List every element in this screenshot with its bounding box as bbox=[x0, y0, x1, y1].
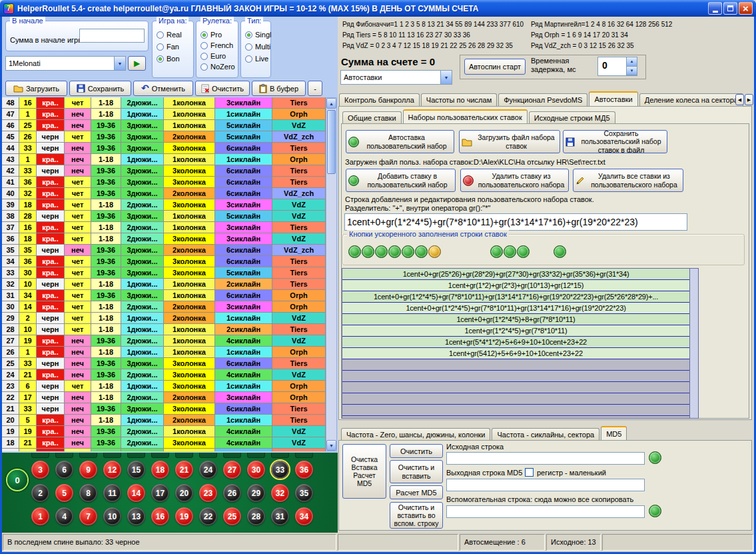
board-number[interactable]: 3 bbox=[31, 461, 49, 479]
tabs-scroll-left-button[interactable] bbox=[735, 94, 744, 105]
board-number[interactable]: 29 bbox=[247, 484, 265, 502]
main-tab[interactable]: Функционал PsevdoMS bbox=[498, 93, 587, 106]
copy-to-buffer-button[interactable]: В буфер bbox=[252, 81, 306, 96]
add-bet-button[interactable]: Добавить ставку в пользовательский набор bbox=[346, 169, 456, 192]
board-number[interactable]: 12 bbox=[103, 461, 121, 479]
load-bet-file-button[interactable]: Загрузить файл набора ставок bbox=[459, 130, 560, 153]
table-row[interactable]: 45 26 черн чет 19-36 3дюжи... 2колонка 5… bbox=[2, 131, 326, 143]
quick-chip-button[interactable] bbox=[428, 245, 441, 258]
delete-all-bets-button[interactable]: Удалить все ставки из пользовательского … bbox=[573, 169, 683, 192]
main-tab[interactable]: Контроль банкролла bbox=[339, 93, 420, 106]
md5-aux-input[interactable] bbox=[446, 505, 645, 518]
bets-scrollbar[interactable] bbox=[689, 269, 698, 418]
sub-tab[interactable]: Наборы пользовательских ставок bbox=[403, 109, 528, 124]
table-row[interactable]: 30 14 кра.. чет 1-18 2дюжи... 2колонка 3… bbox=[2, 301, 326, 313]
save-bet-file-button[interactable]: Сохранить пользовательский набор ставок … bbox=[563, 130, 667, 153]
start-sum-input[interactable] bbox=[79, 29, 145, 43]
bet-row[interactable]: 1cent+0+gr(1*2*4*5)+gr(7*8*10*11)+gr(13*… bbox=[342, 303, 689, 314]
quick-chip-button[interactable] bbox=[348, 245, 361, 258]
board-number[interactable]: 15 bbox=[127, 461, 145, 479]
save-button[interactable]: Сохранить bbox=[69, 81, 131, 96]
board-number[interactable]: 10 bbox=[103, 507, 121, 525]
board-number[interactable]: 16 bbox=[151, 507, 169, 525]
type-radio-option[interactable]: Live bbox=[245, 55, 271, 63]
board-number[interactable]: 36 bbox=[295, 461, 313, 479]
table-row[interactable]: 17 30 кра.. чет 19-36 3дюжи... 3колонка … bbox=[2, 449, 326, 451]
minimize-button[interactable] bbox=[708, 2, 722, 15]
quick-chip-button[interactable] bbox=[375, 245, 388, 258]
table-row[interactable]: 29 2 черн чет 1-18 1дюжи... 2колонка 1си… bbox=[2, 313, 326, 324]
board-number[interactable]: 5 bbox=[55, 484, 73, 502]
roulette-radio-option[interactable]: French bbox=[200, 41, 235, 49]
md5-clear-paste-aux-button[interactable]: Очистить и вставить во вспом. строку bbox=[390, 502, 443, 529]
board-number[interactable]: 17 bbox=[151, 484, 169, 502]
md5-clear-button[interactable]: Очистить bbox=[390, 444, 443, 458]
quick-chip-button[interactable] bbox=[517, 245, 530, 258]
tabs-scroll-right-button[interactable] bbox=[745, 94, 753, 105]
collapse-button[interactable]: - bbox=[308, 81, 322, 96]
scrollbar-thumb[interactable] bbox=[327, 110, 336, 174]
run-strategy-button[interactable] bbox=[128, 56, 146, 71]
md5-aux-chip-button[interactable] bbox=[649, 505, 661, 517]
table-row[interactable]: 36 18 кра.. чет 1-18 2дюжи... 3колонка 3… bbox=[2, 233, 326, 245]
roulette-radio-option[interactable]: Euro bbox=[200, 52, 235, 60]
main-tab[interactable]: Деление колеса на сектора bbox=[639, 93, 743, 106]
md5-source-chip-button[interactable] bbox=[649, 451, 661, 464]
delay-value[interactable]: 0 bbox=[598, 57, 626, 75]
board-number[interactable]: 27 bbox=[223, 461, 241, 479]
table-row[interactable]: 48 16 кра.. чет 1-18 2дюжи... 1колонка 3… bbox=[2, 97, 326, 109]
board-number[interactable]: 32 bbox=[271, 484, 289, 502]
sub-tab[interactable]: Исходные строки МД5 bbox=[529, 111, 615, 124]
bet-row[interactable]: 1cent+gr(5*4*1*2)+5+6+9+10+10cent+23+22 bbox=[342, 337, 689, 348]
board-number[interactable]: 26 bbox=[223, 484, 241, 502]
board-number[interactable]: 6 bbox=[55, 461, 73, 479]
scroll-up-button[interactable] bbox=[326, 98, 336, 109]
roulette-radio-option[interactable]: Pro bbox=[200, 31, 235, 39]
md5-source-input[interactable] bbox=[446, 452, 645, 465]
bottom-tab[interactable]: Частота - Zero, шансы, дюжины, колонки bbox=[341, 428, 490, 441]
table-row[interactable]: 25 33 черн неч 19-36 3дюжи... 3колонка 6… bbox=[2, 358, 326, 369]
board-number[interactable]: 25 bbox=[223, 507, 241, 525]
bet-row[interactable]: 1cent+0+gr(1*2*4*5)+8+gr(7*8*10*11) bbox=[342, 314, 689, 325]
board-number[interactable]: 18 bbox=[151, 461, 169, 479]
game-radio-option[interactable]: Bon bbox=[157, 55, 182, 63]
main-tab[interactable]: Частоты по числам bbox=[421, 93, 497, 106]
bet-row[interactable]: 1cent+0+gr(1*2*4*5)+gr(7*8*10*11)+gr(13*… bbox=[342, 291, 689, 303]
table-row[interactable]: 38 28 черн чет 19-36 3дюжи... 1колонка 5… bbox=[2, 211, 326, 222]
table-row[interactable]: 27 19 кра.. неч 19-36 2дюжи... 1колонка … bbox=[2, 335, 326, 347]
table-row[interactable]: 44 33 черн неч 19-36 3дюжи... 3колонка 6… bbox=[2, 143, 326, 154]
table-row[interactable]: 41 36 кра.. чет 19-36 3дюжи... 3колонка … bbox=[2, 177, 326, 188]
bet-row[interactable]: 1cent+gr(1*2*4*5)+gr(7*8*10*11) bbox=[342, 325, 689, 337]
board-number[interactable]: 7 bbox=[79, 507, 97, 525]
board-number[interactable]: 9 bbox=[79, 461, 97, 479]
table-row[interactable]: 20 5 кра.. неч 1-18 1дюжи... 2колонка 1с… bbox=[2, 415, 326, 426]
board-number[interactable]: 21 bbox=[175, 461, 193, 479]
md5-clear-paste-button[interactable]: Очистить и вставить bbox=[390, 460, 443, 483]
bet-row[interactable]: 1cent+gr(1*2)+gr(2*3)+gr(10*13)+gr(12*15… bbox=[342, 280, 689, 291]
spinner-down-button[interactable] bbox=[627, 67, 637, 76]
table-row[interactable]: 32 10 черн чет 1-18 1дюжи... 1колонка 2с… bbox=[2, 279, 326, 290]
quick-chip-button[interactable] bbox=[402, 245, 414, 258]
quick-chip-button[interactable] bbox=[415, 245, 428, 258]
close-button[interactable] bbox=[739, 2, 753, 15]
autospin-start-button[interactable]: Автоспин старт bbox=[464, 59, 526, 75]
board-number[interactable]: 8 bbox=[79, 484, 97, 502]
table-row[interactable]: 40 32 кра.. чет 19-36 3дюжи... 2колонка … bbox=[2, 188, 326, 199]
board-number[interactable]: 11 bbox=[103, 484, 121, 502]
table-row[interactable]: 21 33 черн неч 19-36 3дюжи... 3колонка 6… bbox=[2, 403, 326, 415]
bet-string-input[interactable] bbox=[344, 213, 687, 231]
quick-chip-button[interactable] bbox=[554, 245, 566, 258]
table-row[interactable]: 23 6 черн чет 1-18 1дюжи... 3колонка 1си… bbox=[2, 381, 326, 392]
board-number[interactable]: 13 bbox=[127, 507, 145, 525]
md5-output-input[interactable] bbox=[446, 479, 645, 491]
main-tab[interactable]: Автоставки bbox=[589, 91, 637, 106]
table-row[interactable]: 33 30 кра.. чет 19-36 3дюжи... 3колонка … bbox=[2, 267, 326, 279]
board-number[interactable]: 33 bbox=[271, 461, 289, 479]
table-row[interactable]: 42 33 черн неч 19-36 3дюжи... 3колонка 6… bbox=[2, 165, 326, 177]
board-number[interactable]: 28 bbox=[247, 507, 265, 525]
table-row[interactable]: 19 19 кра.. неч 19-36 2дюжи... 1колонка … bbox=[2, 426, 326, 437]
undo-button[interactable]: Отменить bbox=[133, 81, 193, 96]
mode-combo[interactable]: Автоставки bbox=[340, 70, 452, 85]
board-number[interactable]: 2 bbox=[31, 484, 49, 502]
bottom-tab[interactable]: Частота - сиклайны, сектора bbox=[492, 428, 599, 441]
